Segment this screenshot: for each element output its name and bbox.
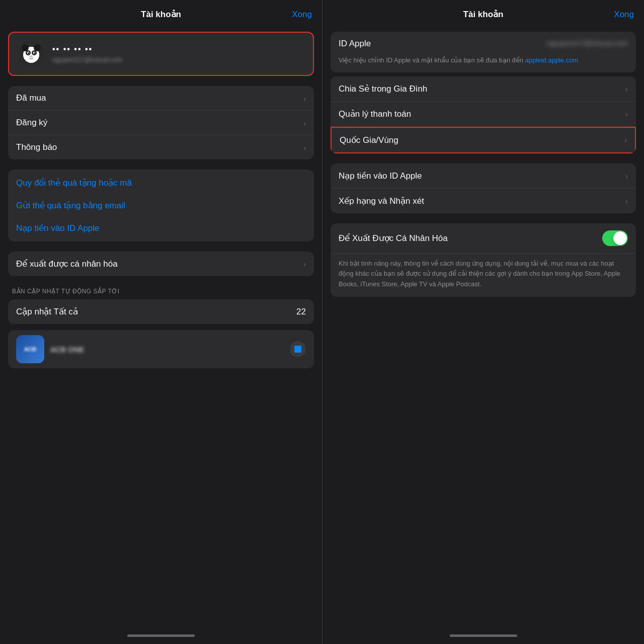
personalized-description: Khi bật tính năng này, thông tin về cách… bbox=[331, 254, 636, 297]
apple-id-description: Việc hiệu chỉnh ID Apple và mật khẩu của… bbox=[339, 55, 628, 65]
left-bottom-bar bbox=[0, 627, 322, 644]
profile-name: •• •• •• •• bbox=[52, 45, 123, 54]
xep-hang-chevron: › bbox=[625, 197, 628, 205]
thong-bao-label: Thông báo bbox=[16, 142, 57, 152]
apple-id-desc-before: Việc hiệu chỉnh ID Apple và mật khẩu của… bbox=[339, 56, 525, 64]
app-row[interactable]: ACB ACB ONE bbox=[8, 330, 314, 368]
left-header-title: Tài khoản bbox=[141, 9, 181, 20]
profile-card[interactable]: •• •• •• •• nguyen217@icloud.com bbox=[8, 32, 314, 76]
quan-ly-row[interactable]: Quản lý thanh toán › bbox=[331, 102, 636, 127]
quoc-gia-row[interactable]: Quốc Gia/Vùng › bbox=[331, 127, 636, 153]
app-name: ACB ONE bbox=[50, 345, 284, 354]
dang-ky-chevron: › bbox=[303, 119, 306, 127]
personalized-toggle[interactable] bbox=[602, 230, 628, 246]
nap-tien-right-chevron: › bbox=[625, 172, 628, 180]
apple-id-section: ID Apple nguyen217@icloud.com Việc hiệu … bbox=[331, 32, 636, 72]
app-icon: ACB bbox=[16, 335, 44, 363]
svg-point-9 bbox=[34, 52, 35, 54]
right-header: Tài khoản Xong bbox=[323, 0, 644, 27]
quoc-gia-label: Quốc Gia/Vùng bbox=[340, 135, 398, 145]
menu-section: Đã mua › Đăng ký › Thông báo › bbox=[8, 86, 314, 159]
avatar bbox=[17, 40, 45, 68]
right-done-button[interactable]: Xong bbox=[614, 10, 634, 20]
nap-tien-left-label: Nạp tiền vào ID Apple bbox=[16, 223, 100, 233]
nap-tien-left-row[interactable]: Nạp tiền vào ID Apple bbox=[8, 217, 314, 239]
right-menu-section: Chia Sẻ trong Gia Đình › Quản lý thanh t… bbox=[331, 76, 636, 153]
app-update-button[interactable] bbox=[290, 341, 306, 357]
quy-doi-row[interactable]: Quy đổi thẻ quà tặng hoặc mã bbox=[8, 172, 314, 194]
left-scroll-area: •• •• •• •• nguyen217@icloud.com Đã mua … bbox=[0, 27, 322, 627]
apple-id-link[interactable]: appleid.apple.com bbox=[525, 56, 579, 64]
quoc-gia-chevron: › bbox=[624, 136, 627, 144]
right-header-title: Tài khoản bbox=[463, 9, 504, 20]
left-done-button[interactable]: Xong bbox=[292, 10, 312, 20]
update-all-label: Cập nhật Tất cả bbox=[16, 306, 78, 317]
chia-se-chevron: › bbox=[625, 85, 628, 93]
toggle-knob bbox=[613, 231, 627, 245]
chia-se-label: Chia Sẻ trong Gia Đình bbox=[339, 84, 427, 94]
personalized-label: Để Xuất Được Cá Nhân Hóa bbox=[339, 233, 448, 244]
da-mua-chevron: › bbox=[303, 94, 306, 103]
de-xuat-row[interactable]: Để xuất được cá nhân hóa › bbox=[8, 252, 314, 276]
left-panel: Tài khoản Xong bbox=[0, 0, 322, 644]
dang-ky-label: Đăng ký bbox=[16, 118, 47, 128]
apple-id-value: nguyen217@icloud.com bbox=[547, 39, 628, 47]
svg-point-2 bbox=[22, 44, 29, 51]
bottom-section: Nạp tiền vào ID Apple › Xếp hạng và Nhận… bbox=[331, 164, 636, 213]
svg-point-10 bbox=[30, 55, 33, 57]
de-xuat-section: Để xuất được cá nhân hóa › bbox=[8, 252, 314, 276]
update-all-row[interactable]: Cập nhật Tất cả 22 bbox=[8, 299, 314, 324]
right-bottom-bar bbox=[323, 627, 644, 644]
right-panel: Tài khoản Xong ID Apple nguyen217@icloud… bbox=[322, 0, 644, 644]
home-indicator bbox=[127, 634, 195, 637]
dang-ky-row[interactable]: Đăng ký › bbox=[8, 111, 314, 135]
right-scroll-area: ID Apple nguyen217@icloud.com Việc hiệu … bbox=[323, 27, 644, 627]
xep-hang-label: Xếp hạng và Nhận xét bbox=[339, 196, 424, 206]
update-count-badge: 22 bbox=[296, 307, 306, 317]
de-xuat-chevron: › bbox=[303, 260, 306, 268]
de-xuat-label: Để xuất được cá nhân hóa bbox=[16, 259, 118, 269]
profile-email: nguyen217@icloud.com bbox=[52, 56, 123, 63]
da-mua-row[interactable]: Đã mua › bbox=[8, 86, 314, 111]
app-icon-text: ACB bbox=[24, 346, 36, 352]
xep-hang-row[interactable]: Xếp hạng và Nhận xét › bbox=[331, 189, 636, 213]
auto-update-section-label: BẢN CẬP NHẬT TỰ ĐỘNG SẮP TỚI bbox=[8, 286, 314, 299]
app-info: ACB ONE bbox=[50, 345, 284, 354]
left-header: Tài khoản Xong bbox=[0, 0, 322, 27]
nap-tien-right-row[interactable]: Nạp tiền vào ID Apple › bbox=[331, 164, 636, 189]
gui-the-label: Gửi thẻ quà tặng bằng email bbox=[16, 200, 125, 211]
thong-bao-chevron: › bbox=[303, 143, 306, 152]
gui-the-row[interactable]: Gửi thẻ quà tặng bằng email bbox=[8, 194, 314, 217]
links-section: Quy đổi thẻ quà tặng hoặc mã Gửi thẻ quà… bbox=[8, 170, 314, 242]
app-update-icon bbox=[294, 346, 301, 353]
quy-doi-label: Quy đổi thẻ quà tặng hoặc mã bbox=[16, 178, 132, 188]
apple-id-label: ID Apple bbox=[339, 39, 371, 49]
svg-point-3 bbox=[34, 44, 41, 51]
chia-se-row[interactable]: Chia Sẻ trong Gia Đình › bbox=[331, 76, 636, 102]
personalized-section: Để Xuất Được Cá Nhân Hóa Khi bật tính nă… bbox=[331, 223, 636, 297]
profile-info: •• •• •• •• nguyen217@icloud.com bbox=[52, 45, 123, 63]
quan-ly-chevron: › bbox=[625, 110, 628, 118]
da-mua-label: Đã mua bbox=[16, 93, 46, 103]
thong-bao-row[interactable]: Thông báo › bbox=[8, 135, 314, 159]
personalized-row[interactable]: Để Xuất Được Cá Nhân Hóa bbox=[331, 223, 636, 254]
nap-tien-right-label: Nạp tiền vào ID Apple bbox=[339, 171, 422, 181]
auto-update-label: BẢN CẬP NHẬT TỰ ĐỘNG SẮP TỚI bbox=[10, 288, 122, 298]
home-indicator-right bbox=[450, 634, 517, 637]
quan-ly-label: Quản lý thanh toán bbox=[339, 109, 411, 119]
svg-point-8 bbox=[28, 52, 29, 54]
